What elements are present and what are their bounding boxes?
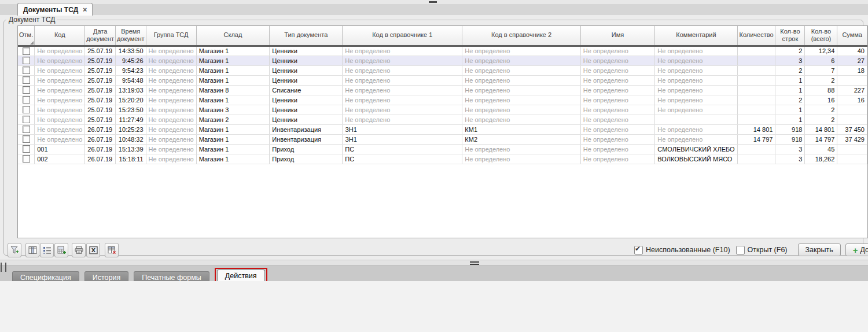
cell: Не определено [343,65,462,75]
column-header[interactable]: Имя [580,26,654,46]
filter-checkbox[interactable]: Неиспользованные (F10) [634,246,730,254]
column-header[interactable]: Код в справочнике 2 [462,26,581,46]
column-visibility-icon[interactable] [25,243,39,257]
close-icon[interactable]: × [83,6,87,13]
cell: Не определено [146,85,196,95]
row-checkbox-cell [18,124,35,134]
column-header[interactable]: Код [35,26,85,46]
cell [837,154,867,164]
tab-active[interactable]: Действия [217,270,265,282]
column-header[interactable]: Группа ТСД [146,26,196,46]
cell: Не определено [655,124,737,134]
column-header[interactable]: Комментарий [655,26,737,46]
cell: 6 [805,56,837,65]
print-icon[interactable] [72,243,86,257]
table-row[interactable]: Не определено25.07.1915:20:20Не определе… [18,95,867,105]
cell: 26.07.19 [85,144,116,154]
row-checkbox-cell [18,46,35,56]
column-header[interactable]: Количество [737,26,775,46]
cell: Не определено [580,134,654,144]
documents-table-area: Отм.КодДата документВремя документГруппа… [17,25,868,238]
row-checkbox[interactable] [23,155,30,163]
column-header[interactable]: Кол-во строк [775,26,805,46]
row-checkbox[interactable] [23,106,30,113]
cell: 9:45:26 [115,56,146,65]
table-row[interactable]: Не определено25.07.1914:33:50Не определе… [18,46,867,56]
row-checkbox[interactable] [23,96,30,104]
splitter-handle-icon[interactable] [470,261,479,265]
column-header[interactable]: Код в справочнике 1 [343,26,462,46]
cell [737,115,775,124]
cell: Ценники [270,105,343,115]
cell: 14 801 [737,124,775,134]
column-header[interactable]: Тип документа [270,26,343,46]
table-row[interactable]: Не определено25.07.199:45:26Не определен… [18,56,867,65]
filter-add-icon[interactable] [8,243,21,257]
table-row[interactable]: Не определено25.07.1911:27:49Не определе… [18,115,867,124]
row-checkbox[interactable] [23,116,30,123]
cell: 40 [837,46,867,56]
cell: Не определено [655,95,737,105]
cell: Не определено [343,75,462,85]
column-header[interactable]: Дата документ [85,26,116,46]
cell: 3 [775,154,805,164]
cell [737,75,775,85]
column-header[interactable]: Кол-во (всего) [805,26,837,46]
table-row[interactable]: Не определено25.07.199:54:23Не определен… [18,65,867,75]
cell: Не определено [146,154,196,164]
cell: Не определено [580,124,654,134]
cell: Не определено [655,56,737,65]
column-header[interactable]: Время документ [115,26,146,46]
cell: 15:18:11 [115,154,146,164]
column-header[interactable]: Склад [196,26,270,46]
table-row[interactable]: Не определено26.07.1910:48:32Не определе… [18,134,867,144]
cell: Не определено [655,46,737,56]
column-header[interactable]: Сумма [837,26,867,46]
grid-toolbar-right: Неиспользованные (F10)Открыт (F6) Закрыт… [634,243,868,257]
svg-text:X: X [91,247,95,253]
cell: Не определено [35,56,85,65]
cell: 2 [775,46,805,56]
numbered-list-icon[interactable] [40,243,54,257]
window-splitter-handle[interactable] [429,1,437,3]
table-row[interactable]: 00226.07.1915:18:11Не определеноМагазин … [18,154,867,164]
table-row[interactable]: Не определено25.07.1915:23:50Не определе… [18,105,867,115]
row-checkbox[interactable] [23,86,30,94]
cell: 25.07.19 [85,75,116,85]
row-checkbox[interactable] [23,76,30,84]
row-checkbox[interactable] [23,126,30,133]
cell: Не определено [343,115,462,124]
checkbox-unchecked-icon[interactable] [736,246,745,254]
row-checkbox[interactable] [23,135,30,143]
calculator-add-icon[interactable] [54,243,68,257]
panel-grip-icon[interactable] [1,263,6,272]
column-header[interactable]: Отм. [18,26,35,46]
cell [737,85,775,95]
cell [737,65,775,75]
row-checkbox[interactable] [23,47,30,55]
row-checkbox-cell [18,85,35,95]
cell: Ценники [270,46,343,56]
export-excel-icon[interactable]: X [86,243,100,257]
table-row[interactable]: 00126.07.1915:13:39Не определеноМагазин … [18,144,867,154]
table-row[interactable]: Не определено25.07.1913:19:03Не определе… [18,85,867,95]
filter-checkbox[interactable]: Открыт (F6) [736,246,788,254]
cell: 15:20:20 [115,95,146,105]
cell: 26.07.19 [85,154,116,164]
close-documents-button[interactable]: Закрыть [798,244,841,256]
row-checkbox[interactable] [23,67,30,74]
sort-indicator-icon [30,41,34,45]
row-checkbox[interactable] [23,145,30,153]
cell: 25.07.19 [85,115,116,124]
checkbox-checked-icon[interactable] [634,246,643,254]
table-row[interactable]: Не определено26.07.1910:25:23Не определе… [18,124,867,134]
table-row[interactable]: Не определено25.07.199:54:48Не определен… [18,75,867,85]
tab-documents-tsd[interactable]: Документы ТСД × [17,3,93,16]
cell: 1 [775,75,805,85]
cell: Не определено [35,65,85,75]
cell: Магазин 1 [196,46,270,56]
add-document-button[interactable]: +Добавить [845,244,868,256]
table-clear-icon[interactable] [105,243,119,257]
row-checkbox[interactable] [23,57,30,64]
cell: 2 [775,65,805,75]
